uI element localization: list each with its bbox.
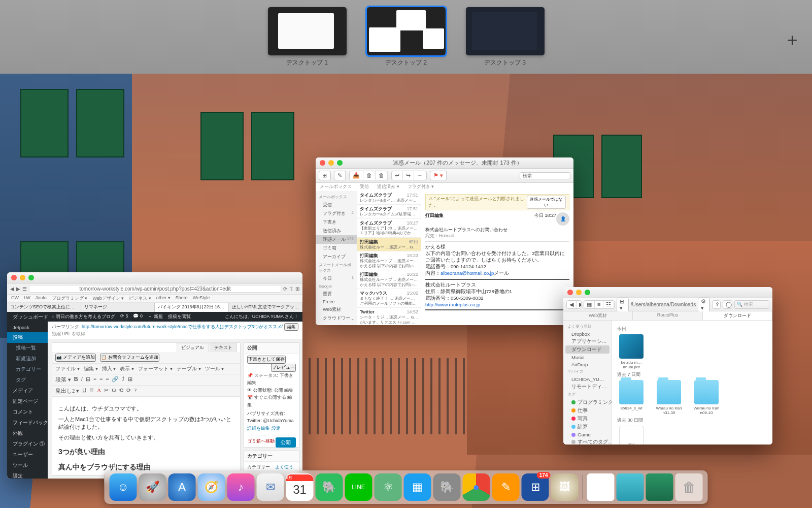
dock-app-mamp[interactable]: 🐘: [433, 473, 461, 501]
mail-message-row[interactable]: タイムズクラブ17:51 レンタカー&タイムズ駐車場で新ザー…: [357, 205, 421, 218]
mail-compose-button[interactable]: ✎: [334, 171, 346, 180]
bookmark-item[interactable]: プログラミング ▾: [52, 295, 88, 302]
publicize-edit-link[interactable]: 詳細を編集 設定: [247, 426, 281, 431]
finder-sidebar-item[interactable]: アプリケーシ…: [563, 337, 612, 345]
finder-tab-1[interactable]: Web素材: [563, 311, 633, 320]
add-media-button[interactable]: 📷 メディアを追加: [55, 354, 96, 362]
browser-tab[interactable]: バイキング 2016年8月22日 160822 - Y…: [155, 303, 229, 312]
permalink-edit-button[interactable]: 編集: [284, 323, 298, 331]
finder-action-button[interactable]: ⚙ ▾: [698, 297, 710, 312]
finder-main[interactable]: 今日 beizdu-m…anual.pdf 過去 7 日間 86634_s_wt…: [612, 321, 772, 444]
dock-app-keynote[interactable]: ▦: [404, 473, 431, 501]
wp-sidebar-item[interactable]: 固定ページ: [7, 396, 48, 407]
close-icon[interactable]: [11, 275, 17, 280]
mail-get-button[interactable]: ⊞: [319, 171, 331, 180]
zoom-icon[interactable]: [585, 290, 590, 295]
mailbox-item[interactable]: 受信: [316, 201, 357, 209]
mailbox-item[interactable]: クラウドワー…: [316, 314, 357, 323]
close-icon[interactable]: [567, 290, 573, 295]
browser-tab[interactable]: リマネージ: [81, 303, 155, 312]
browser-tabs[interactable]: コンテンツSEOで検索上位にあったコンテン…リマネージバイキング 2016年8月…: [7, 303, 302, 312]
bookmark-item[interactable]: Webデザイン ▾: [92, 295, 124, 302]
permalink-link[interactable]: http://tomorrow-workstyle.com/future-wor…: [82, 324, 283, 329]
bookmark-item[interactable]: Jooto: [36, 295, 47, 302]
desktop-thumb-1[interactable]: デスクトップ 1: [268, 7, 347, 67]
bookmark-item[interactable]: ビジネス ▾: [129, 295, 151, 302]
dock-app-preview[interactable]: 🖼: [551, 473, 579, 501]
finder-search-input[interactable]: 🔍 検索: [734, 300, 769, 309]
safari-window[interactable]: ◀ ▶ ☰ tomorrow-workstyle.com/wp-admin/po…: [7, 272, 302, 479]
mail-message-row[interactable]: タイムズクラブ18:27 【東部エリア】地… 迷惑メー… Googleエリア】地…: [357, 219, 421, 238]
finder-nav-buttons[interactable]: ◀▶: [566, 300, 582, 309]
wp-editor[interactable]: ビジュアル テキスト 📷 メディアを追加 📋 お問合せフォームを追加 ファイル …: [52, 342, 241, 475]
zoom-icon[interactable]: [337, 160, 343, 166]
dock-app-itunes[interactable]: ♪: [227, 473, 255, 501]
wp-sidebar-item[interactable]: 設定: [7, 471, 48, 479]
editor-tab-visual[interactable]: ビジュアル: [177, 343, 209, 352]
wp-sidebar-item[interactable]: ユーザー: [7, 450, 48, 460]
dock-app-launchpad[interactable]: 🚀: [139, 473, 166, 501]
editor-menu[interactable]: ツール ▾: [205, 365, 224, 372]
bookmark-item[interactable]: WeStyle: [193, 295, 210, 302]
share-icon[interactable]: ⇪: [289, 286, 293, 292]
finder-tag-item[interactable]: すべてのタグ…: [563, 438, 612, 444]
dock-app-pages[interactable]: ✎: [492, 473, 520, 501]
bookmark-item[interactable]: other ▾: [156, 295, 171, 302]
wp-sidebar-item[interactable]: タグ: [7, 375, 48, 386]
mailbox-item[interactable]: フラグ付き2: [316, 209, 357, 218]
finder-sidebar-item[interactable]: AirDrop: [563, 361, 612, 368]
editor-menu[interactable]: 編集 ▾: [84, 365, 98, 372]
dock-app-safari[interactable]: 🧭: [198, 473, 225, 501]
dock-app-calendar[interactable]: 8月31: [286, 473, 314, 501]
dock-app-evernote[interactable]: 🐘: [316, 473, 343, 501]
dock-app-chrome[interactable]: ●: [463, 473, 490, 501]
finder-file[interactable]: Warau no Kan n06-10: [692, 380, 721, 415]
dock-item-trash[interactable]: 🗑: [675, 473, 703, 501]
bookmark-item[interactable]: CW: [11, 295, 19, 302]
editor-menu[interactable]: 挿入 ▾: [102, 365, 116, 372]
wp-sidebar-item[interactable]: 投稿: [7, 332, 48, 343]
mail-message-row[interactable]: マックハウス15:02 まもなく終了！ … 迷惑メー… Googleご利用のメー…: [357, 289, 421, 308]
finder-tag-item[interactable]: Game: [563, 431, 612, 438]
finder-tab-2[interactable]: RoutePlus: [633, 311, 702, 320]
wp-sidebar-item[interactable]: メディア: [7, 386, 48, 396]
mail-search-input[interactable]: [520, 172, 570, 179]
mailbox-item[interactable]: 重要: [316, 290, 357, 298]
finder-arrange-button[interactable]: ⊞ ▾: [617, 297, 628, 312]
desktop-thumb-2[interactable]: デスクトップ 2: [367, 7, 446, 67]
dock-item-doc1[interactable]: [587, 473, 615, 501]
add-form-button[interactable]: 📋 お問合せフォームを追加: [100, 354, 159, 362]
finder-window[interactable]: ◀▶ ▦≡☷▤ ⊞ ▾ /Users/albeorana/Downloads ⚙…: [563, 287, 772, 444]
dock-item-doc2[interactable]: [617, 473, 644, 501]
back-icon[interactable]: ◀: [10, 286, 14, 292]
mailbox-item[interactable]: アーカイブ: [316, 252, 357, 261]
wp-admin-bar[interactable]: ⌂ 明日の働き方を考えるブログ ⟳ 5 💬 0 ＋ 新規 投稿を閲覧 こんにちは…: [48, 312, 302, 322]
address-bar[interactable]: tomorrow-workstyle.com/wp-admin/post.php…: [29, 285, 281, 293]
finder-file[interactable]: Warau no Kan n31-35: [655, 380, 683, 415]
wp-sidebar-item[interactable]: カテゴリー: [7, 364, 48, 375]
mailbox-item[interactable]: 下書き: [316, 218, 357, 227]
mail-message-list[interactable]: タイムズクラブ17:51 レンタカー&タイ… 迷惑メー… Google タイムズ…: [357, 191, 421, 325]
finder-file[interactable]: agreement.pdf: [617, 426, 646, 444]
wp-sidebar-item[interactable]: プラグイン ①: [7, 439, 48, 450]
dock-app-edge-app[interactable]: ⊞174: [522, 473, 549, 501]
finder-file[interactable]: 86634_s_wt: [617, 380, 646, 415]
bookmark-item[interactable]: LW: [24, 295, 30, 302]
trash-link[interactable]: ゴミ箱へ移動: [247, 438, 275, 443]
dock-app-atom[interactable]: ⚛: [375, 473, 402, 501]
browser-tab[interactable]: コンテンツSEOで検索上位にあったコンテン…: [7, 303, 81, 312]
reload-icon[interactable]: ⟳: [283, 286, 287, 292]
mail-scope-flag[interactable]: フラグ付き ▾: [408, 183, 434, 190]
editor-tab-text[interactable]: テキスト: [210, 343, 237, 352]
mailbox-item[interactable]: 迷惑メール173: [316, 235, 357, 244]
mailbox-item[interactable]: メルマガ: [316, 323, 357, 325]
mail-flag-button[interactable]: ⚑ ▾: [430, 171, 447, 180]
finder-tag-item[interactable]: 仕事: [563, 406, 612, 415]
wp-sidebar-item[interactable]: フィードバック: [7, 418, 48, 428]
wp-sidebar-item[interactable]: 新規追加: [7, 354, 48, 364]
editor-format-bar-2[interactable]: 見出し2 ▾U≣A✂Ω⟲⟳?: [52, 386, 240, 397]
add-desktop-button[interactable]: ＋: [784, 28, 801, 51]
preview-button[interactable]: プレビュー: [271, 364, 296, 372]
editor-menu[interactable]: ファイル ▾: [55, 365, 80, 372]
mail-scope-sent[interactable]: 送信済み ▾: [377, 183, 399, 190]
